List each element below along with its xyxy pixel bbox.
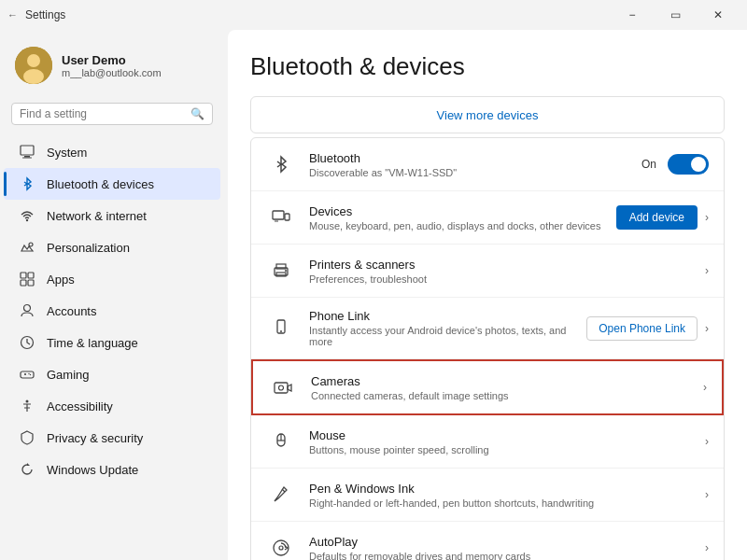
nav-item-apps[interactable]: Apps xyxy=(4,263,220,295)
cameras-row-text: Cameras Connected cameras, default image… xyxy=(311,374,703,401)
cameras-row[interactable]: Cameras Connected cameras, default image… xyxy=(251,359,724,415)
user-email: m__lab@outlook.com xyxy=(62,67,162,78)
printers-row[interactable]: Printers & scanners Preferences, trouble… xyxy=(251,245,724,298)
nav-item-network[interactable]: Network & internet xyxy=(4,200,220,231)
cameras-row-desc: Connected cameras, default image setting… xyxy=(311,390,703,401)
nav-item-time[interactable]: Time & language xyxy=(4,327,220,358)
cameras-row-icon xyxy=(268,372,298,402)
bluetooth-toggle[interactable] xyxy=(668,154,709,175)
phonelink-row-text: Phone Link Instantly access your Android… xyxy=(309,309,586,347)
nav-label-system: System xyxy=(47,146,87,160)
gaming-icon xyxy=(19,366,35,383)
nav-label-gaming: Gaming xyxy=(47,368,90,382)
printers-row-action: › xyxy=(705,264,709,277)
svg-point-16 xyxy=(30,374,31,375)
open-phone-link-button[interactable]: Open Phone Link xyxy=(586,316,698,341)
apps-icon xyxy=(19,271,35,287)
pen-row-desc: Right-handed or left-handed, pen button … xyxy=(309,497,705,509)
svg-marker-28 xyxy=(288,385,291,391)
phonelink-chevron: › xyxy=(705,322,709,335)
nav-item-bluetooth[interactable]: Bluetooth & devices xyxy=(4,168,220,200)
phonelink-row[interactable]: Phone Link Instantly access your Android… xyxy=(251,298,724,359)
devices-chevron: › xyxy=(705,211,709,224)
search-box[interactable]: 🔍 xyxy=(11,103,213,125)
mouse-row-title: Mouse xyxy=(309,428,705,442)
autoplay-row[interactable]: AutoPlay Defaults for removable drives a… xyxy=(251,522,724,560)
nav-item-privacy[interactable]: Privacy & security xyxy=(4,422,220,454)
pen-row-text: Pen & Windows Ink Right-handed or left-h… xyxy=(309,482,705,509)
view-more-link[interactable]: View more devices xyxy=(437,108,539,122)
privacy-icon xyxy=(19,429,35,446)
svg-point-7 xyxy=(29,243,33,246)
nav-label-accessibility: Accessibility xyxy=(47,399,113,413)
nav-item-accessibility[interactable]: Accessibility xyxy=(4,390,220,422)
pen-row-icon xyxy=(266,480,296,510)
view-more-row[interactable]: View more devices xyxy=(250,96,725,133)
bluetooth-toggle-label: On xyxy=(641,158,656,171)
devices-row[interactable]: Devices Mouse, keyboard, pen, audio, dis… xyxy=(251,191,724,245)
accounts-icon xyxy=(19,302,35,319)
title-bar-controls: − ▭ ✕ xyxy=(611,0,740,30)
svg-point-33 xyxy=(279,546,283,550)
phonelink-row-action: Open Phone Link › xyxy=(586,316,709,341)
pen-row-action: › xyxy=(705,488,709,501)
personalization-icon xyxy=(19,239,35,256)
add-device-button[interactable]: Add device xyxy=(616,205,698,230)
title-bar-title: Settings xyxy=(25,8,65,21)
user-info: User Demo m__lab@outlook.com xyxy=(62,53,162,78)
cameras-chevron: › xyxy=(703,381,707,394)
autoplay-chevron: › xyxy=(705,541,709,554)
autoplay-row-text: AutoPlay Defaults for removable drives a… xyxy=(309,535,705,561)
nav-label-update: Windows Update xyxy=(47,463,138,477)
svg-rect-8 xyxy=(21,273,26,278)
bluetooth-row-action: On xyxy=(641,154,709,175)
sidebar: User Demo m__lab@outlook.com 🔍 System Bl… xyxy=(0,30,224,560)
system-icon xyxy=(19,144,35,161)
mouse-chevron: › xyxy=(705,435,709,448)
close-button[interactable]: ✕ xyxy=(697,0,740,30)
bluetooth-row-desc: Discoverable as "VM-W11-SSD" xyxy=(309,167,641,178)
search-input[interactable] xyxy=(20,107,185,120)
nav-item-accounts[interactable]: Accounts xyxy=(4,295,220,327)
back-button[interactable]: ← xyxy=(7,9,18,21)
nav-item-personalization[interactable]: Personalization xyxy=(4,231,220,263)
mouse-row[interactable]: Mouse Buttons, mouse pointer speed, scro… xyxy=(251,415,724,469)
maximize-button[interactable]: ▭ xyxy=(654,0,697,30)
devices-row-action: Add device › xyxy=(616,205,709,230)
bluetooth-row-title: Bluetooth xyxy=(309,151,641,165)
pen-row[interactable]: Pen & Windows Ink Right-handed or left-h… xyxy=(251,469,724,522)
svg-point-24 xyxy=(285,270,287,272)
bluetooth-icon xyxy=(19,175,35,192)
bluetooth-row[interactable]: Bluetooth Discoverable as "VM-W11-SSD" O… xyxy=(251,138,724,191)
svg-point-17 xyxy=(26,400,29,403)
svg-point-29 xyxy=(279,385,284,390)
settings-card-main: Bluetooth Discoverable as "VM-W11-SSD" O… xyxy=(250,137,725,560)
svg-rect-18 xyxy=(273,211,284,219)
nav-item-update[interactable]: Windows Update xyxy=(4,454,220,485)
nav-item-system[interactable]: System xyxy=(4,136,220,168)
svg-rect-4 xyxy=(24,156,30,158)
svg-rect-10 xyxy=(21,280,26,286)
nav-label-accounts: Accounts xyxy=(47,304,96,318)
svg-point-1 xyxy=(27,54,40,67)
devices-row-title: Devices xyxy=(309,204,616,218)
avatar xyxy=(15,47,52,84)
autoplay-row-action: › xyxy=(705,541,709,554)
svg-point-2 xyxy=(23,69,44,84)
page-title: Bluetooth & devices xyxy=(250,52,725,81)
mouse-row-icon xyxy=(266,427,296,456)
svg-rect-3 xyxy=(21,146,34,155)
svg-rect-27 xyxy=(275,383,288,393)
nav-label-apps: Apps xyxy=(47,273,75,287)
phonelink-row-desc: Instantly access your Android device's p… xyxy=(309,325,586,347)
svg-point-6 xyxy=(26,219,28,221)
svg-rect-19 xyxy=(285,214,289,220)
pen-row-title: Pen & Windows Ink xyxy=(309,482,705,496)
minimize-button[interactable]: − xyxy=(611,0,654,30)
phonelink-row-icon xyxy=(266,314,296,343)
nav-item-gaming[interactable]: Gaming xyxy=(4,358,220,390)
nav-label-network: Network & internet xyxy=(47,209,147,223)
autoplay-row-icon xyxy=(266,533,296,560)
mouse-row-action: › xyxy=(705,435,709,448)
svg-point-26 xyxy=(280,330,282,332)
